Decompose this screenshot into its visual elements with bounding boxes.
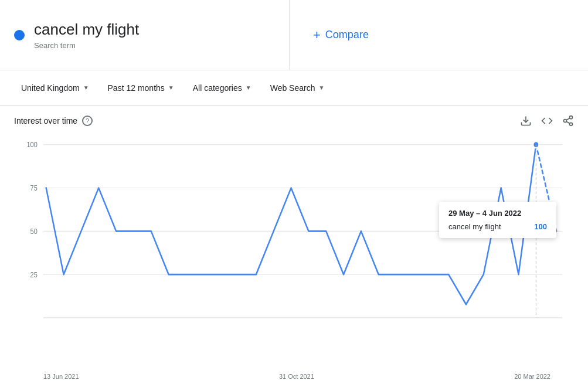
compare-section: + Compare xyxy=(290,28,574,43)
svg-line-4 xyxy=(566,121,570,123)
action-icons xyxy=(520,115,574,127)
svg-text:50: 50 xyxy=(30,227,38,235)
period-chevron-icon: ▼ xyxy=(168,84,174,91)
region-chevron-icon: ▼ xyxy=(83,84,89,91)
search-type-filter[interactable]: Web Search ▼ xyxy=(263,80,332,96)
period-filter[interactable]: Past 12 months ▼ xyxy=(101,80,181,96)
search-term-title: cancel my flight xyxy=(34,20,139,40)
share-icon[interactable] xyxy=(562,115,574,127)
help-icon[interactable]: ? xyxy=(82,116,93,126)
plus-icon: + xyxy=(313,28,321,43)
category-chevron-icon: ▼ xyxy=(246,84,251,91)
search-type-label: Web Search xyxy=(270,83,315,93)
chart-svg: 100 75 50 25 xyxy=(14,131,574,378)
svg-text:100: 100 xyxy=(27,141,38,149)
svg-point-1 xyxy=(570,116,573,119)
search-term-section: cancel my flight Search term xyxy=(14,0,290,70)
region-label: United Kingdom xyxy=(21,83,80,93)
compare-button[interactable]: + Compare xyxy=(313,28,369,43)
svg-line-5 xyxy=(566,118,570,120)
section-header: Interest over time ? xyxy=(14,115,574,127)
interest-section: Interest over time ? xyxy=(0,106,588,380)
category-filter[interactable]: All categories ▼ xyxy=(186,80,259,96)
chart-container: 100 75 50 25 29 May – 4 Jun 2022 cancel … xyxy=(14,131,574,378)
svg-text:75: 75 xyxy=(30,184,38,192)
search-term-block: cancel my flight Search term xyxy=(34,20,139,50)
search-term-label: Search term xyxy=(34,41,139,50)
svg-point-2 xyxy=(564,120,567,123)
embed-icon[interactable] xyxy=(541,115,553,127)
region-filter[interactable]: United Kingdom ▼ xyxy=(14,80,96,96)
filters-bar: United Kingdom ▼ Past 12 months ▼ All ca… xyxy=(0,70,588,106)
section-title: Interest over time xyxy=(14,116,77,125)
svg-point-3 xyxy=(570,123,573,125)
header: cancel my flight Search term + Compare xyxy=(0,0,588,70)
term-dot xyxy=(14,30,25,40)
period-label: Past 12 months xyxy=(108,83,165,93)
download-icon[interactable] xyxy=(520,115,532,127)
svg-text:25: 25 xyxy=(30,270,38,279)
section-title-row: Interest over time ? xyxy=(14,116,93,126)
category-label: All categories xyxy=(193,83,242,93)
search-type-chevron-icon: ▼ xyxy=(318,84,324,91)
compare-label: Compare xyxy=(325,29,369,41)
